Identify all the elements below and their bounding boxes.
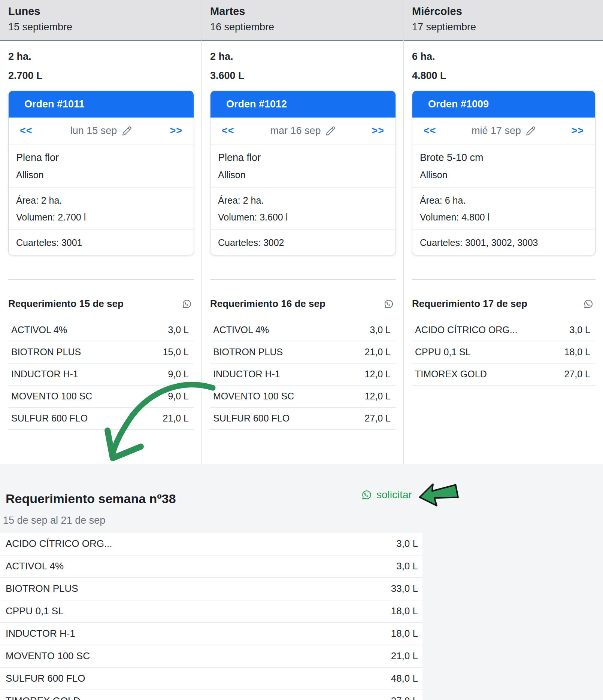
order-next-day-button[interactable]: >>	[372, 125, 384, 137]
day-column-monday: Lunes 15 septiembre 2 ha. 2.700 L Orden …	[0, 0, 202, 464]
day-name: Martes	[210, 5, 395, 18]
product-qty: 12,0 L	[364, 369, 391, 380]
pencil-icon	[525, 126, 536, 136]
order-prev-day-button[interactable]: <<	[424, 125, 436, 137]
product-qty: 18,0 L	[391, 605, 418, 617]
table-row: MOVENTO 100 SC21,0 L	[0, 645, 422, 668]
table-row: SULFUR 600 FLO21,0 L	[8, 408, 194, 430]
order-card: Orden #1012 << mar 16 sep >> Plena flor …	[210, 91, 396, 255]
day-total-area: 2 ha.	[8, 51, 194, 63]
product-name: ACTIVOL 4%	[6, 560, 64, 572]
requirement-header: Requerimiento 16 de sep	[210, 298, 396, 310]
product-qty: 27,0 L	[391, 695, 418, 700]
day-total-volume: 3.600 L	[210, 70, 396, 82]
order-volume: Volumen: 4.800 l	[420, 212, 588, 223]
product-name: TIMOREX GOLD	[415, 369, 487, 380]
day-column-tuesday: Martes 16 septiembre 2 ha. 3.600 L Orden…	[202, 0, 404, 464]
order-stage-section: Plena flor Allison	[9, 144, 194, 187]
day-date: 16 septiembre	[210, 21, 395, 33]
requirement-table: ACTIVOL 4%3,0 L BIOTRON PLUS21,0 L INDUC…	[210, 319, 396, 430]
product-name: ACTIVOL 4%	[213, 325, 269, 335]
pencil-icon	[325, 126, 336, 136]
product-qty: 18,0 L	[391, 628, 418, 639]
day-column-wednesday: Miércoles 17 septiembre 6 ha. 4.800 L Or…	[404, 0, 603, 464]
table-row: MOVENTO 100 SC12,0 L	[210, 386, 396, 408]
product-name: ACIDO CÍTRICO ORG...	[6, 538, 112, 550]
order-card-header[interactable]: Orden #1011	[9, 91, 194, 118]
order-variety: Allison	[420, 170, 588, 180]
table-row: CPPU 0,1 SL18,0 L	[0, 600, 422, 623]
order-cuarteles: Cuarteles: 3002	[218, 237, 388, 248]
order-metrics-section: Área: 2 ha. Volumen: 3.600 l	[210, 187, 396, 229]
product-qty: 12,0 L	[364, 391, 391, 402]
day-date: 17 septiembre	[412, 21, 595, 33]
product-name: ACTIVOL 4%	[11, 325, 67, 335]
order-prev-day-button[interactable]: <<	[222, 125, 234, 137]
day-body: 2 ha. 2.700 L Orden #1011 << lun 15 sep …	[0, 51, 201, 430]
table-row: INDUCTOR H-19,0 L	[8, 363, 194, 386]
order-volume: Volumen: 2.700 l	[16, 212, 186, 223]
column-divider	[210, 279, 396, 280]
day-date: 15 septiembre	[8, 21, 193, 33]
day-total-volume: 4.800 L	[412, 70, 596, 82]
table-row: ACIDO CÍTRICO ORG...3,0 L	[412, 319, 596, 341]
order-stage: Plena flor	[218, 152, 388, 164]
table-row: BIOTRON PLUS33,0 L	[0, 578, 422, 600]
requirement-title: Requerimiento 16 de sep	[210, 298, 325, 310]
order-cuarteles: Cuarteles: 3001, 3002, 3003	[420, 237, 588, 248]
order-cuarteles-section: Cuarteles: 3002	[210, 229, 396, 255]
product-name: INDUCTOR H-1	[213, 369, 280, 380]
table-row: CPPU 0,1 SL18,0 L	[412, 341, 596, 363]
table-row: ACTIVOL 4%3,0 L	[210, 319, 396, 341]
order-card-header[interactable]: Orden #1009	[412, 91, 595, 118]
pencil-icon	[121, 126, 132, 136]
product-qty: 33,0 L	[391, 583, 418, 594]
order-metrics-section: Área: 2 ha. Volumen: 2.700 l	[9, 187, 194, 229]
order-next-day-button[interactable]: >>	[571, 125, 584, 137]
request-whatsapp-link[interactable]: solicitar	[361, 489, 412, 501]
requirement-header: Requerimiento 15 de sep	[8, 298, 194, 310]
requirement-table: ACTIVOL 4%3,0 L BIOTRON PLUS15,0 L INDUC…	[8, 319, 194, 430]
product-name: INDUCTOR H-1	[6, 628, 75, 639]
requirement-table: ACIDO CÍTRICO ORG...3,0 L CPPU 0,1 SL18,…	[412, 319, 596, 386]
product-qty: 3,0 L	[370, 325, 391, 335]
requirement-title: Requerimiento 15 de sep	[8, 298, 124, 310]
order-date-label: mar 16 sep	[270, 125, 321, 137]
week-date-range: 15 de sep al 21 de sep	[3, 515, 603, 526]
order-area: Área: 6 ha.	[420, 195, 588, 206]
order-date-edit[interactable]: mar 16 sep	[270, 125, 336, 137]
product-qty: 3,0 L	[168, 325, 189, 335]
order-cuarteles: Cuarteles: 3001	[16, 237, 186, 248]
order-cuarteles-section: Cuarteles: 3001	[9, 229, 194, 255]
order-date-edit[interactable]: mié 17 sep	[472, 125, 536, 137]
order-card-header[interactable]: Orden #1012	[210, 91, 396, 118]
order-date-edit[interactable]: lun 15 sep	[70, 125, 132, 137]
spray-plan-page: Lunes 15 septiembre 2 ha. 2.700 L Orden …	[0, 0, 603, 700]
product-qty: 48,0 L	[391, 673, 418, 684]
product-name: TIMOREX GOLD	[6, 695, 80, 700]
order-prev-day-button[interactable]: <<	[20, 125, 33, 137]
week-requirement-table: ACIDO CÍTRICO ORG...3,0 L ACTIVOL 4%3,0 …	[0, 533, 422, 700]
product-qty: 3,0 L	[396, 538, 418, 550]
product-name: SULFUR 600 FLO	[11, 413, 88, 424]
table-row: ACTIVOL 4%3,0 L	[0, 556, 422, 578]
product-qty: 15,0 L	[163, 347, 189, 357]
order-variety: Allison	[16, 170, 186, 180]
week-requirement-section: Requerimiento semana nº38 15 de sep al 2…	[0, 464, 603, 700]
whatsapp-icon[interactable]	[181, 298, 193, 310]
product-qty: 18,0 L	[564, 347, 590, 357]
table-row: SULFUR 600 FLO27,0 L	[210, 408, 396, 430]
product-qty: 21,0 L	[364, 347, 391, 357]
product-name: MOVENTO 100 SC	[11, 391, 92, 402]
order-next-day-button[interactable]: >>	[170, 125, 182, 137]
order-stage: Plena flor	[16, 152, 186, 164]
product-qty: 27,0 L	[364, 413, 391, 424]
whatsapp-icon[interactable]	[583, 298, 594, 310]
table-row: TIMOREX GOLD27,0 L	[0, 690, 422, 700]
table-row: TIMOREX GOLD27,0 L	[412, 363, 596, 386]
product-name: CPPU 0,1 SL	[6, 605, 64, 617]
order-metrics-section: Área: 6 ha. Volumen: 4.800 l	[412, 187, 595, 229]
day-body: 6 ha. 4.800 L Orden #1009 << mié 17 sep …	[404, 51, 603, 386]
order-stage-section: Plena flor Allison	[210, 144, 396, 187]
whatsapp-icon[interactable]	[383, 298, 394, 310]
